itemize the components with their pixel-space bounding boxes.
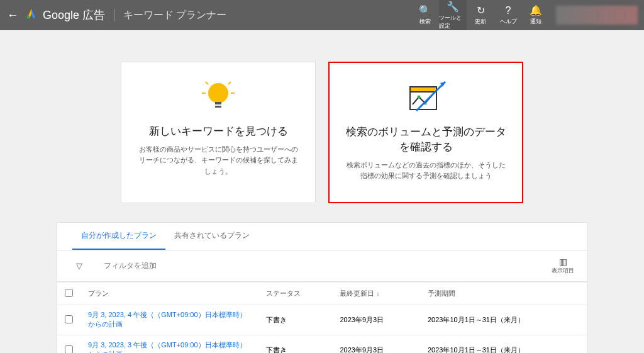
lightbulb-icon: [199, 74, 237, 118]
account-switcher[interactable]: [556, 6, 638, 25]
col-plan[interactable]: プラン: [80, 283, 258, 305]
plan-link[interactable]: 9月 3, 2023, 4 午後（（GMT+09:00）日本標準時）からの計画: [80, 305, 258, 335]
plans-tabs: 自分が作成したプラン 共有されているプラン: [57, 223, 587, 250]
col-status[interactable]: ステータス: [258, 283, 333, 305]
refresh-label: 更新: [475, 18, 486, 26]
find-card-desc: お客様の商品やサービスに関心を持つユーザーへのリーチにつながる、キーワードの候補…: [136, 144, 300, 177]
col-updated-label: 最終更新日: [340, 289, 374, 297]
search-label: 検索: [419, 18, 431, 26]
bell-icon: 🔔: [530, 4, 542, 16]
tools-label: ツールと設定: [439, 14, 467, 30]
row-checkbox[interactable]: [65, 315, 73, 323]
sort-desc-icon: ↓: [376, 290, 379, 297]
volume-forecast-card[interactable]: 検索のボリュームと予測のデータを確認する 検索ボリュームなどの過去の指標のほか、…: [328, 62, 523, 203]
svg-point-10: [418, 96, 421, 99]
header-divider: [114, 9, 114, 21]
notifications-button[interactable]: 🔔 通知: [522, 0, 550, 30]
row-checkbox[interactable]: [65, 345, 73, 353]
option-cards-row: 新しいキーワードを見つける お客様の商品やサービスに関心を持つユーザーへのリーチ…: [0, 30, 644, 222]
search-icon: 🔍: [419, 4, 431, 16]
svg-rect-2: [215, 102, 221, 104]
table-header-row: プラン ステータス 最終更新日 ↓ 予測期間: [57, 283, 587, 305]
plan-updated: 2023年9月3日: [332, 335, 420, 353]
svg-point-1: [208, 83, 228, 103]
plans-toolbar: ▽ フィルタを追加 ▥ 表示項目: [57, 250, 587, 282]
search-button[interactable]: 🔍 検索: [411, 0, 439, 30]
plan-updated: 2023年9月3日: [332, 305, 420, 335]
header-left: ← Google 広告 キーワード プランナー: [0, 8, 227, 23]
columns-label: 表示項目: [552, 267, 574, 275]
columns-button[interactable]: ▥ 表示項目: [552, 257, 574, 275]
col-forecast[interactable]: 予測期間: [420, 283, 587, 305]
col-updated[interactable]: 最終更新日 ↓: [332, 283, 420, 305]
header-right: 🔍 検索 🔧 ツールと設定 ↻ 更新 ? ヘルプ 🔔 通知: [411, 0, 644, 30]
help-icon: ?: [506, 5, 511, 16]
add-filter-button[interactable]: フィルタを追加: [104, 261, 157, 271]
table-row: 9月 3, 2023, 4 午後（（GMT+09:00）日本標準時）からの計画 …: [57, 305, 587, 335]
svg-line-7: [228, 82, 231, 84]
page-title: キーワード プランナー: [123, 9, 226, 22]
plan-forecast: 2023年10月1日～31日（来月）: [420, 335, 587, 353]
google-ads-logo-icon: [25, 8, 38, 23]
plan-status: 下書き: [258, 335, 333, 353]
table-row: 9月 3, 2023, 3 午後（（GMT+09:00）日本標準時）からの計画 …: [57, 335, 587, 353]
help-button[interactable]: ? ヘルプ: [494, 0, 522, 30]
svg-point-0: [27, 16, 30, 19]
svg-line-6: [206, 82, 208, 84]
plan-status: 下書き: [258, 305, 333, 335]
volume-card-desc: 検索ボリュームなどの過去の指標のほか、そうした指標の効果に関する予測を確認しまし…: [345, 160, 507, 182]
wrench-icon: 🔧: [447, 1, 459, 13]
tab-shared-plans[interactable]: 共有されているプラン: [165, 223, 258, 250]
select-all-checkbox[interactable]: [65, 289, 73, 297]
chart-arrow-icon: [397, 74, 454, 118]
find-card-title: 新しいキーワードを見つける: [149, 124, 288, 139]
plan-link[interactable]: 9月 3, 2023, 3 午後（（GMT+09:00）日本標準時）からの計画: [80, 335, 258, 353]
help-label: ヘルプ: [500, 18, 517, 26]
app-header: ← Google 広告 キーワード プランナー 🔍 検索 🔧 ツールと設定 ↻ …: [0, 0, 644, 30]
tab-my-plans[interactable]: 自分が作成したプラン: [72, 223, 165, 250]
plan-forecast: 2023年10月1日～31日（来月）: [420, 305, 587, 335]
plans-panel: 自分が作成したプラン 共有されているプラン ▽ フィルタを追加 ▥ 表示項目 プ…: [57, 222, 587, 353]
columns-icon: ▥: [552, 257, 574, 267]
svg-rect-9: [410, 87, 436, 92]
notifications-label: 通知: [530, 18, 541, 26]
logo-text: Google 広告: [43, 8, 105, 23]
svg-rect-3: [215, 106, 221, 108]
refresh-icon: ↻: [477, 4, 485, 16]
volume-card-title: 検索のボリュームと予測のデータを確認する: [345, 125, 507, 155]
find-keywords-card[interactable]: 新しいキーワードを見つける お客様の商品やサービスに関心を持つユーザーへのリーチ…: [121, 62, 316, 203]
tools-button[interactable]: 🔧 ツールと設定: [439, 0, 467, 30]
back-arrow-icon[interactable]: ←: [0, 9, 25, 22]
filter-icon[interactable]: ▽: [70, 261, 89, 271]
plans-table: プラン ステータス 最終更新日 ↓ 予測期間 9月 3, 2023, 4 午後（…: [57, 282, 587, 353]
refresh-button[interactable]: ↻ 更新: [467, 0, 494, 30]
